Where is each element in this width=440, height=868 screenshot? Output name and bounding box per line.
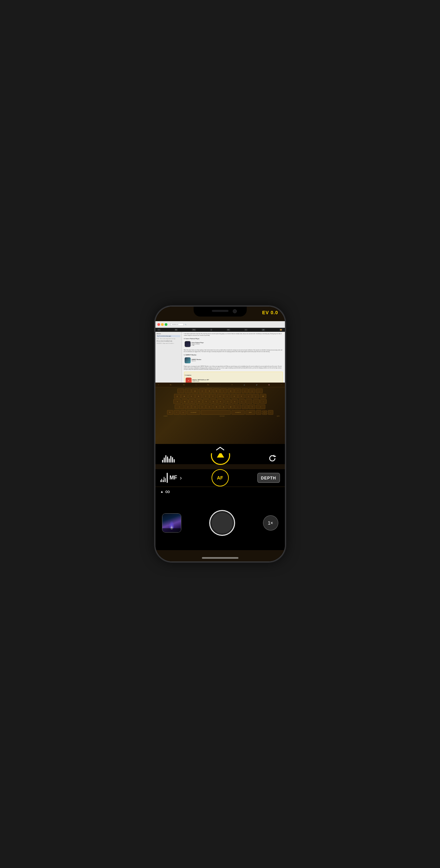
key-4: $: [206, 389, 212, 393]
key-y: Y: [209, 394, 216, 399]
tb-mute: 🔇: [268, 384, 270, 385]
app-item-babylon: ♥ Babylon: NHS Healthcare 24/7 Babylon H…: [185, 377, 282, 383]
key-shift: ⇧: [175, 404, 184, 409]
key-q: Q: [174, 394, 181, 399]
audio-levels: [162, 454, 175, 463]
babylon-section: 6. babylon ♥ Babylon: NHS Healthcare 24/…: [184, 372, 283, 383]
key-slash: ?: [249, 404, 255, 409]
castro-size: 32 MB: [192, 345, 282, 346]
audio-bar-3: [165, 455, 166, 463]
audio-bar-5: [169, 459, 170, 463]
infinity-symbol: ∞: [165, 488, 170, 495]
app-item-castro: Castro Podcast Player Supertop Software …: [184, 340, 283, 348]
tb-extra: ⋯: [281, 384, 282, 385]
key-b: B: [213, 404, 220, 409]
key-right: →: [268, 410, 273, 415]
key-5: %: [213, 389, 220, 393]
audio-bar-8: [174, 459, 175, 463]
minimize-button: [161, 323, 164, 326]
shutter-button[interactable]: [209, 510, 235, 536]
cmd-label: mmand: [164, 415, 168, 417]
section-4-title: 4. Castro Podcast Player: [184, 338, 283, 339]
tb-but: But: [207, 384, 209, 385]
audio-bar-6: [170, 456, 171, 463]
shutter-inner: [211, 512, 233, 533]
audio-bar-4: [167, 457, 168, 463]
notch-camera: [233, 309, 237, 313]
key-z: Z: [185, 404, 191, 409]
tb-item: ✏: [157, 329, 160, 331]
mac-touchbar: ✏ Aa The | But ☀ 🔊 📶: [155, 328, 285, 332]
key-1: !: [185, 389, 191, 393]
mac-screen-content: macstories.net 🔍 ✏ Aa The | But ☀ 🔊: [155, 321, 285, 382]
key-v: V: [206, 404, 212, 409]
sidebar-meta-2: 19/01/2018 · 3 days used it 3 months s..…: [157, 343, 180, 344]
focus-bar-4: [164, 477, 165, 482]
notch-speaker: [212, 310, 229, 312]
zoom-button[interactable]: 1×: [263, 515, 278, 531]
key-option-right: option: [245, 410, 255, 415]
tb-item: ☀: [244, 329, 247, 331]
af-button[interactable]: AF: [211, 469, 229, 487]
section-5-title: 5. CARROT Weather: [184, 354, 283, 356]
key-c: C: [199, 404, 206, 409]
castro-info: Castro Podcast Player Supertop Software …: [192, 342, 282, 346]
key-d: D: [196, 399, 203, 404]
key-j: J: [225, 399, 231, 404]
key-f: F: [203, 399, 209, 404]
mac-main-content: In the tab bar at the bottom, they have …: [182, 332, 285, 382]
bottom-camera-row: 1×: [155, 496, 285, 550]
tb-volume-down: 🔉: [244, 384, 245, 385]
carrot-icon: [185, 358, 190, 363]
key-ctrl: ⌃: [174, 410, 180, 415]
audio-bar-1: [162, 460, 163, 463]
sidebar-meta-1: 02:12 · This is a list of apps that I us…: [157, 338, 180, 339]
photo-thumbnail[interactable]: [162, 513, 181, 532]
chevron-up-icon: [215, 446, 225, 451]
key-backslash: \: [260, 399, 267, 404]
key-k: K: [231, 399, 238, 404]
key-o: O: [231, 394, 238, 399]
tb-brightness: ☀: [231, 384, 233, 385]
key-tilde: ~: [177, 389, 184, 393]
rotate-button[interactable]: [266, 453, 278, 465]
key-n: N: [220, 404, 227, 409]
thumbnail-ground: [163, 528, 181, 532]
key-period: >: [242, 404, 248, 409]
tb-the: The: [183, 384, 185, 385]
camera-middle-row: [155, 453, 285, 464]
key-6: ^: [220, 389, 227, 393]
key-semicolon: ;: [246, 399, 253, 404]
key-9: (: [242, 389, 248, 393]
key-s: S: [188, 399, 195, 404]
key-backspace: ⌫: [260, 394, 266, 399]
focus-controls: MF › AF DEPTH: [155, 469, 285, 487]
carrot-desc: Elegant, joyous, amusing and useful, CAR…: [184, 366, 283, 370]
maximize-button: [165, 323, 167, 326]
section-6-title: 6. babylon: [185, 374, 282, 376]
key-u: U: [217, 394, 224, 399]
key-m: M: [228, 404, 234, 409]
focus-separator: [167, 473, 168, 483]
phone-frame: EV 0.0 macstories.net: [155, 307, 285, 561]
phone-screen: EV 0.0 macstories.net: [155, 307, 285, 561]
mac-sidebar: Articles Top 8 most interesting apps 02:…: [155, 332, 182, 382]
depth-button[interactable]: DEPTH: [257, 473, 280, 483]
sidebar-item-1: Top 8 most interesting apps: [157, 335, 180, 337]
focus-chevron-right[interactable]: ›: [180, 474, 182, 482]
af-label: AF: [217, 475, 223, 480]
key-shift-right: ⇧: [256, 404, 265, 409]
tb-item: Aa: [175, 329, 178, 331]
home-indicator: [202, 557, 238, 559]
tb-item: But: [227, 329, 231, 331]
key-left: ←: [256, 410, 261, 415]
key-7: &: [228, 389, 234, 393]
key-up: ↑: [262, 410, 267, 412]
key-2: @: [192, 389, 198, 393]
key-minus: -: [256, 389, 263, 393]
focus-bar-2: [162, 479, 162, 482]
key-x: X: [192, 404, 198, 409]
mf-label: MF: [170, 475, 177, 481]
carrot-info: CARROT Weather Grailr LLC: [192, 359, 282, 362]
key-option-left: ⌥: [180, 410, 186, 415]
